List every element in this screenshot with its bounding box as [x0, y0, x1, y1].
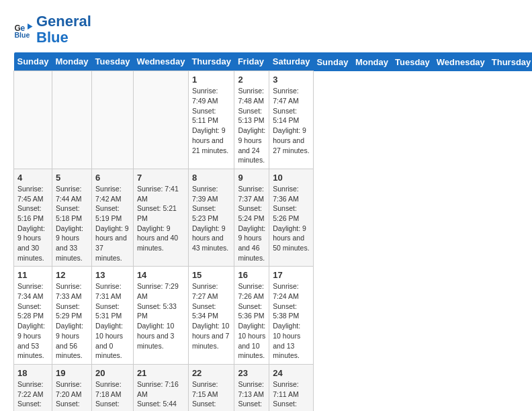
calendar-table: SundayMondayTuesdayWednesdayThursdayFrid… [13, 52, 532, 411]
column-header-thursday: Thursday [188, 52, 234, 71]
day-number: 1 [192, 75, 231, 85]
day-number: 18 [17, 368, 48, 378]
col-header-wednesday: Wednesday [433, 52, 488, 71]
day-number: 20 [95, 368, 130, 378]
day-number: 19 [56, 368, 88, 378]
calendar-cell [14, 71, 52, 169]
calendar-cell: 11Sunrise: 7:34 AMSunset: 5:28 PMDayligh… [14, 267, 52, 365]
calendar-cell: 15Sunrise: 7:27 AMSunset: 5:34 PMDayligh… [188, 267, 234, 365]
calendar-header-row: SundayMondayTuesdayWednesdayThursdayFrid… [14, 52, 533, 71]
calendar-cell: 20Sunrise: 7:18 AMSunset: 5:43 PMDayligh… [92, 364, 134, 411]
day-number: 10 [273, 173, 310, 183]
week-row-1: 4Sunrise: 7:45 AMSunset: 5:16 PMDaylight… [14, 169, 533, 267]
day-number: 21 [137, 368, 185, 378]
calendar-cell [52, 71, 91, 169]
day-info: Sunrise: 7:15 AMSunset: 5:46 PMDaylight:… [192, 379, 231, 411]
calendar-cell: 9Sunrise: 7:37 AMSunset: 5:24 PMDaylight… [234, 169, 269, 267]
day-info: Sunrise: 7:24 AMSunset: 5:38 PMDaylight:… [273, 281, 310, 361]
day-number: 7 [137, 173, 185, 183]
day-info: Sunrise: 7:29 AMSunset: 5:33 PMDaylight:… [137, 281, 185, 351]
day-number: 12 [56, 270, 88, 280]
calendar-cell: 4Sunrise: 7:45 AMSunset: 5:16 PMDaylight… [14, 169, 52, 267]
calendar-cell: 16Sunrise: 7:26 AMSunset: 5:36 PMDayligh… [234, 267, 269, 365]
day-info: Sunrise: 7:44 AMSunset: 5:18 PMDaylight:… [56, 184, 88, 263]
day-number: 17 [273, 270, 310, 280]
calendar-cell: 14Sunrise: 7:29 AMSunset: 5:33 PMDayligh… [133, 267, 188, 365]
day-info: Sunrise: 7:39 AMSunset: 5:23 PMDaylight:… [192, 184, 231, 253]
logo: G e Blue General Blue [13, 13, 91, 46]
column-header-monday: Monday [52, 52, 91, 71]
day-info: Sunrise: 7:41 AMSunset: 5:21 PMDaylight:… [137, 184, 185, 253]
calendar-cell: 7Sunrise: 7:41 AMSunset: 5:21 PMDaylight… [133, 169, 188, 267]
column-header-saturday: Saturday [269, 52, 314, 71]
day-info: Sunrise: 7:48 AMSunset: 5:13 PMDaylight:… [238, 86, 265, 165]
calendar-cell: 3Sunrise: 7:47 AMSunset: 5:14 PMDaylight… [269, 71, 314, 169]
column-header-sunday: Sunday [14, 52, 52, 71]
day-info: Sunrise: 7:31 AMSunset: 5:31 PMDaylight:… [95, 281, 130, 361]
day-info: Sunrise: 7:26 AMSunset: 5:36 PMDaylight:… [238, 281, 265, 361]
day-number: 24 [273, 368, 310, 378]
svg-text:Blue: Blue [15, 31, 30, 39]
logo-icon: G e Blue [13, 19, 34, 40]
day-info: Sunrise: 7:27 AMSunset: 5:34 PMDaylight:… [192, 281, 231, 351]
day-number: 16 [238, 270, 265, 280]
day-info: Sunrise: 7:18 AMSunset: 5:43 PMDaylight:… [95, 379, 130, 411]
day-info: Sunrise: 7:36 AMSunset: 5:26 PMDaylight:… [273, 184, 310, 253]
col-header-sunday: Sunday [313, 52, 351, 71]
day-number: 6 [95, 173, 130, 183]
calendar-cell: 19Sunrise: 7:20 AMSunset: 5:41 PMDayligh… [52, 364, 91, 411]
calendar-cell: 17Sunrise: 7:24 AMSunset: 5:38 PMDayligh… [269, 267, 314, 365]
day-number: 15 [192, 270, 231, 280]
day-info: Sunrise: 7:22 AMSunset: 5:39 PMDaylight:… [17, 379, 48, 411]
calendar-cell: 10Sunrise: 7:36 AMSunset: 5:26 PMDayligh… [269, 169, 314, 267]
day-number: 14 [137, 270, 185, 280]
week-row-0: 1Sunrise: 7:49 AMSunset: 5:11 PMDaylight… [14, 71, 533, 169]
day-number: 11 [17, 270, 48, 280]
logo-text: General Blue [36, 13, 91, 46]
calendar-cell: 18Sunrise: 7:22 AMSunset: 5:39 PMDayligh… [14, 364, 52, 411]
day-number: 4 [17, 173, 48, 183]
col-header-monday: Monday [352, 52, 392, 71]
day-number: 8 [192, 173, 231, 183]
day-info: Sunrise: 7:45 AMSunset: 5:16 PMDaylight:… [17, 184, 48, 263]
calendar-cell: 12Sunrise: 7:33 AMSunset: 5:29 PMDayligh… [52, 267, 91, 365]
day-info: Sunrise: 7:42 AMSunset: 5:19 PMDaylight:… [95, 184, 130, 263]
day-info: Sunrise: 7:13 AMSunset: 5:48 PMDaylight:… [238, 379, 265, 411]
day-info: Sunrise: 7:16 AMSunset: 5:44 PMDaylight:… [137, 379, 185, 411]
page-header: G e Blue General Blue [13, 13, 519, 46]
calendar-cell: 13Sunrise: 7:31 AMSunset: 5:31 PMDayligh… [92, 267, 134, 365]
day-info: Sunrise: 7:20 AMSunset: 5:41 PMDaylight:… [56, 379, 88, 411]
column-header-wednesday: Wednesday [133, 52, 188, 71]
col-header-thursday: Thursday [488, 52, 532, 71]
calendar-cell: 5Sunrise: 7:44 AMSunset: 5:18 PMDaylight… [52, 169, 91, 267]
col-header-tuesday: Tuesday [392, 52, 433, 71]
calendar-cell: 24Sunrise: 7:11 AMSunset: 5:49 PMDayligh… [269, 364, 314, 411]
day-number: 13 [95, 270, 130, 280]
day-info: Sunrise: 7:47 AMSunset: 5:14 PMDaylight:… [273, 86, 310, 155]
day-number: 3 [273, 75, 310, 85]
column-header-tuesday: Tuesday [92, 52, 134, 71]
day-info: Sunrise: 7:49 AMSunset: 5:11 PMDaylight:… [192, 86, 231, 155]
day-info: Sunrise: 7:11 AMSunset: 5:49 PMDaylight:… [273, 379, 310, 411]
day-info: Sunrise: 7:34 AMSunset: 5:28 PMDaylight:… [17, 281, 48, 361]
day-number: 2 [238, 75, 265, 85]
svg-marker-2 [28, 24, 33, 30]
day-number: 23 [238, 368, 265, 378]
day-number: 22 [192, 368, 231, 378]
calendar-cell: 21Sunrise: 7:16 AMSunset: 5:44 PMDayligh… [133, 364, 188, 411]
calendar-cell [133, 71, 188, 169]
column-header-friday: Friday [234, 52, 269, 71]
calendar-cell [92, 71, 134, 169]
calendar-cell: 23Sunrise: 7:13 AMSunset: 5:48 PMDayligh… [234, 364, 269, 411]
week-row-2: 11Sunrise: 7:34 AMSunset: 5:28 PMDayligh… [14, 267, 533, 365]
day-number: 9 [238, 173, 265, 183]
calendar-cell: 2Sunrise: 7:48 AMSunset: 5:13 PMDaylight… [234, 71, 269, 169]
week-row-3: 18Sunrise: 7:22 AMSunset: 5:39 PMDayligh… [14, 364, 533, 411]
calendar-cell: 8Sunrise: 7:39 AMSunset: 5:23 PMDaylight… [188, 169, 234, 267]
day-info: Sunrise: 7:33 AMSunset: 5:29 PMDaylight:… [56, 281, 88, 361]
calendar-cell: 22Sunrise: 7:15 AMSunset: 5:46 PMDayligh… [188, 364, 234, 411]
calendar-cell: 6Sunrise: 7:42 AMSunset: 5:19 PMDaylight… [92, 169, 134, 267]
day-info: Sunrise: 7:37 AMSunset: 5:24 PMDaylight:… [238, 184, 265, 263]
calendar-cell: 1Sunrise: 7:49 AMSunset: 5:11 PMDaylight… [188, 71, 234, 169]
day-number: 5 [56, 173, 88, 183]
